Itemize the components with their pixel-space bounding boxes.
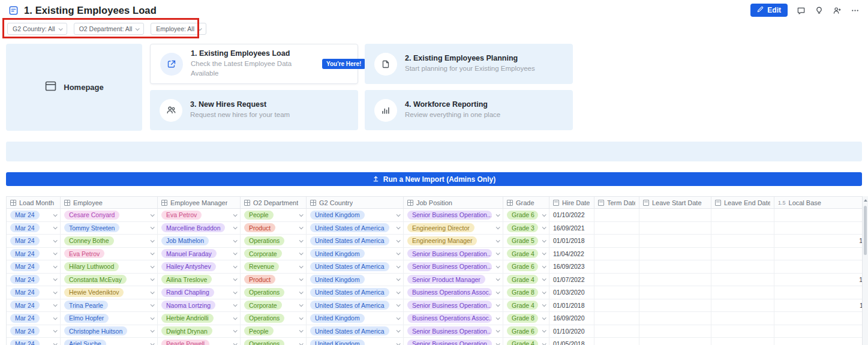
cell-employee[interactable]: Hewie Vedeniktov	[61, 286, 158, 299]
cell-leave_start_date[interactable]	[639, 325, 711, 338]
cell-leave_end_date[interactable]	[711, 312, 774, 325]
cell-load_month[interactable]: Mar 24	[7, 222, 61, 235]
cell-leave_start_date[interactable]	[639, 260, 711, 273]
cell-employee[interactable]: Cesare Conyard	[61, 209, 158, 221]
cell-job_position[interactable]: Business Operations Assoc...	[404, 312, 503, 325]
cell-leave_start_date[interactable]	[639, 209, 711, 221]
column-header-o2_department[interactable]: O2 Department	[241, 197, 307, 208]
scrollbar-thumb[interactable]	[864, 206, 867, 255]
cell-local_base[interactable]	[774, 222, 868, 235]
cell-leave_end_date[interactable]	[711, 299, 774, 312]
column-header-local_base[interactable]: 1.5Local Base	[774, 197, 868, 208]
cell-term_date[interactable]	[594, 274, 639, 286]
more-icon[interactable]	[851, 6, 860, 15]
cell-hire_date[interactable]: 16/09/2020	[549, 312, 594, 325]
column-header-grade[interactable]: Grade	[503, 197, 549, 208]
cell-grade[interactable]: Grade 6	[503, 325, 549, 338]
cell-g2_country[interactable]: United States of America	[307, 222, 404, 235]
cell-leave_start_date[interactable]	[639, 235, 711, 247]
column-header-hire_date[interactable]: Hire Date	[549, 197, 594, 208]
cell-local_base[interactable]: 1	[774, 248, 868, 260]
cell-load_month[interactable]: Mar 24	[7, 248, 61, 260]
cell-local_base[interactable]	[774, 312, 868, 325]
cell-job_position[interactable]: Senior Product Manager	[404, 274, 503, 286]
cell-term_date[interactable]	[594, 338, 639, 345]
column-header-load_month[interactable]: Load Month	[7, 197, 61, 208]
cell-g2_country[interactable]: United States of America	[307, 286, 404, 299]
cell-local_base[interactable]	[774, 325, 868, 338]
invite-member-icon[interactable]	[833, 6, 842, 15]
cell-job_position[interactable]: Senior Business Operation...	[404, 209, 503, 221]
cell-leave_start_date[interactable]	[639, 312, 711, 325]
cell-leave_start_date[interactable]	[639, 299, 711, 312]
cell-local_base[interactable]: 1	[774, 338, 868, 345]
cell-grade[interactable]: Grade 8	[503, 286, 549, 299]
cell-g2_country[interactable]: United Kingdom	[307, 312, 404, 325]
cell-employee[interactable]: Eva Petrov	[61, 248, 158, 260]
cell-g2_country[interactable]: United Kingdom	[307, 338, 404, 345]
cell-hire_date[interactable]: 01/10/2022	[549, 209, 594, 221]
vertical-scrollbar[interactable]	[862, 196, 868, 345]
cell-job_position[interactable]: Senior Business Operation...	[404, 338, 503, 345]
cell-grade[interactable]: Grade 5	[503, 235, 549, 247]
cell-employee[interactable]: Elmo Hopfer	[61, 312, 158, 325]
cell-o2_department[interactable]: Operations	[241, 338, 307, 345]
cell-grade[interactable]: Grade 6	[503, 260, 549, 273]
comment-icon[interactable]	[797, 6, 806, 15]
cell-job_position[interactable]: Senior Business Operation...	[404, 248, 503, 260]
cell-leave_end_date[interactable]	[711, 209, 774, 221]
cell-hire_date[interactable]: 01/10/2020	[549, 325, 594, 338]
cell-o2_department[interactable]: Corporate	[241, 248, 307, 260]
cell-g2_country[interactable]: United States of America	[307, 325, 404, 338]
cell-load_month[interactable]: Mar 24	[7, 299, 61, 312]
cell-leave_end_date[interactable]	[711, 325, 774, 338]
cell-grade[interactable]: Grade 3	[503, 222, 549, 235]
cell-local_base[interactable]: 13	[774, 274, 868, 286]
cell-employee_manager[interactable]: Herbie Andriolli	[158, 312, 241, 325]
cell-job_position[interactable]: Senior Business Operation...	[404, 325, 503, 338]
cell-leave_end_date[interactable]	[711, 222, 774, 235]
cell-leave_end_date[interactable]	[711, 248, 774, 260]
cell-hire_date[interactable]: 11/04/2022	[549, 248, 594, 260]
column-header-job_position[interactable]: Job Position	[404, 197, 503, 208]
nav-card-workforce-reporting[interactable]: 4. Workforce Reporting Review everything…	[365, 90, 573, 130]
nav-card-existing-employees-load[interactable]: 1. Existing Employees Load Check the Lat…	[150, 44, 358, 84]
cell-g2_country[interactable]: United States of America	[307, 235, 404, 247]
cell-term_date[interactable]	[594, 235, 639, 247]
cell-job_position[interactable]: Engineering Director	[404, 222, 503, 235]
cell-leave_end_date[interactable]	[711, 286, 774, 299]
cell-g2_country[interactable]: United States of America	[307, 299, 404, 312]
cell-job_position[interactable]: Business Operations Assoc...	[404, 286, 503, 299]
cell-g2_country[interactable]: United States of America	[307, 260, 404, 273]
cell-employee_manager[interactable]: Pearle Powell	[158, 338, 241, 345]
filter-o2-department[interactable]: O2 Department: All	[74, 23, 145, 35]
cell-grade[interactable]: Grade 8	[503, 312, 549, 325]
cell-load_month[interactable]: Mar 24	[7, 274, 61, 286]
cell-hire_date[interactable]: 01/03/2020	[549, 286, 594, 299]
cell-load_month[interactable]: Mar 24	[7, 312, 61, 325]
cell-grade[interactable]: Grade 4	[503, 274, 549, 286]
cell-employee[interactable]: Tommy Streeten	[61, 222, 158, 235]
cell-term_date[interactable]	[594, 260, 639, 273]
cell-term_date[interactable]	[594, 222, 639, 235]
cell-leave_end_date[interactable]	[711, 260, 774, 273]
cell-load_month[interactable]: Mar 24	[7, 286, 61, 299]
cell-load_month[interactable]: Mar 24	[7, 209, 61, 221]
cell-employee_manager[interactable]: Naoma Lortzing	[158, 299, 241, 312]
column-header-g2_country[interactable]: G2 Country	[307, 197, 404, 208]
nav-card-existing-employees-planning[interactable]: 2. Existing Employees Planning Start pla…	[365, 44, 573, 84]
cell-employee[interactable]: Ariel Suche	[61, 338, 158, 345]
cell-o2_department[interactable]: Operations	[241, 286, 307, 299]
column-header-leave_end_date[interactable]: Leave End Date	[711, 197, 774, 208]
cell-o2_department[interactable]: People	[241, 209, 307, 221]
cell-hire_date[interactable]: 16/09/2021	[549, 222, 594, 235]
cell-hire_date[interactable]: 16/09/2023	[549, 260, 594, 273]
cell-hire_date[interactable]: 01/05/2018	[549, 338, 594, 345]
cell-term_date[interactable]	[594, 312, 639, 325]
cell-g2_country[interactable]: United Kingdom	[307, 274, 404, 286]
cell-grade[interactable]: Grade 4	[503, 338, 549, 345]
cell-leave_start_date[interactable]	[639, 222, 711, 235]
column-header-employee_manager[interactable]: Employee Manager	[158, 197, 241, 208]
filter-g2-country[interactable]: G2 Country: All	[7, 23, 67, 35]
cell-employee[interactable]: Trina Pearle	[61, 299, 158, 312]
